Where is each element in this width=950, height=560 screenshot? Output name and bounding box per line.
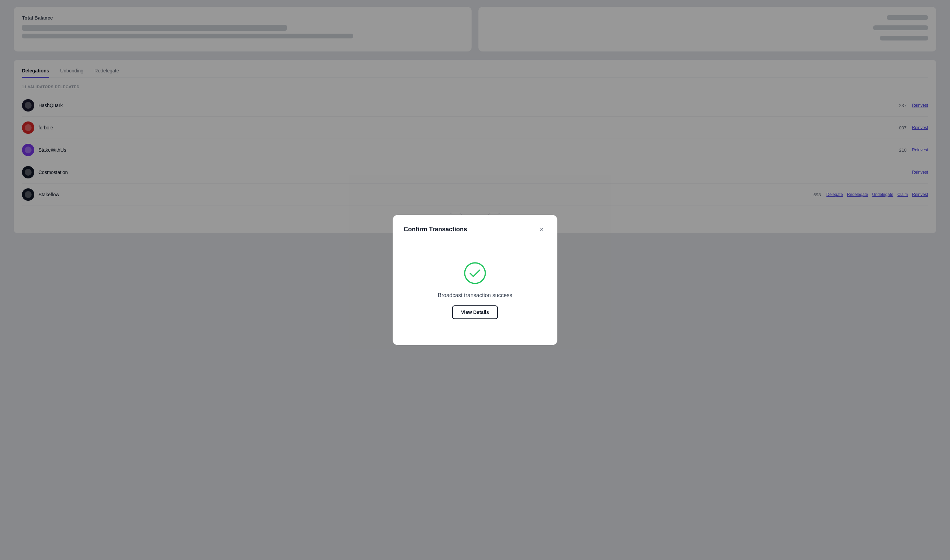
success-checkmark-icon [463,261,487,286]
modal-overlay: Confirm Transactions × Broadcast transac… [0,0,950,560]
modal-body: Broadcast transaction success View Detai… [403,248,547,335]
modal-title: Confirm Transactions [403,226,467,233]
modal-close-button[interactable]: × [537,225,547,234]
confirm-transactions-modal: Confirm Transactions × Broadcast transac… [393,215,557,345]
modal-header: Confirm Transactions × [403,225,547,234]
success-message: Broadcast transaction success [438,292,513,298]
svg-point-0 [465,263,485,283]
view-details-button[interactable]: View Details [452,305,498,319]
